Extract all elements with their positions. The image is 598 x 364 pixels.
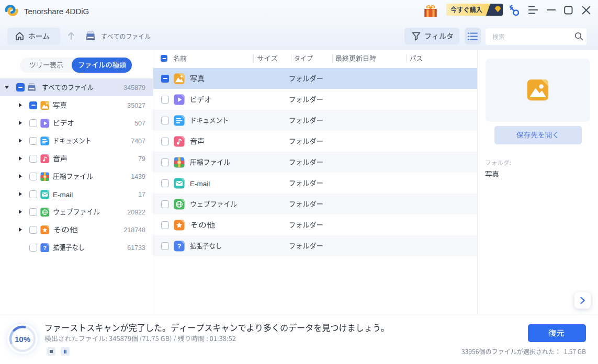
svg-text:?: ?	[43, 244, 47, 251]
svg-text:?: ?	[177, 243, 182, 250]
